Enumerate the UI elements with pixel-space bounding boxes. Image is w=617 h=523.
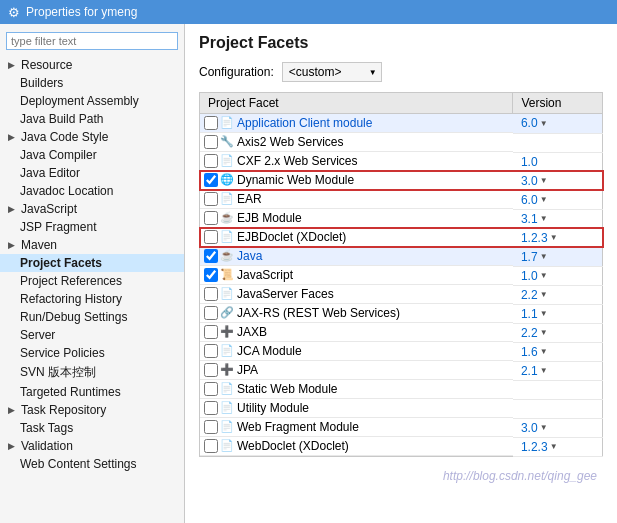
table-row[interactable]: 📄EAR6.0 ▼ [200, 190, 603, 209]
facet-checkbox[interactable] [204, 116, 218, 130]
version-dropdown[interactable]: 6.0 ▼ [521, 116, 594, 130]
facet-icon: 📄 [220, 420, 234, 434]
config-select[interactable]: <custom> [282, 62, 382, 82]
version-dropdown[interactable]: 3.0 ▼ [521, 421, 594, 435]
sidebar-item-targeted-runtimes[interactable]: Targeted Runtimes [0, 383, 184, 401]
version-dropdown-arrow-icon[interactable]: ▼ [540, 214, 548, 223]
sidebar-item-refactoring-history[interactable]: Refactoring History [0, 290, 184, 308]
version-dropdown[interactable]: 1.2.3 ▼ [521, 231, 594, 245]
version-dropdown-arrow-icon[interactable]: ▼ [540, 309, 548, 318]
version-dropdown-arrow-icon[interactable]: ▼ [540, 328, 548, 337]
sidebar-item-resource[interactable]: ▶Resource [0, 56, 184, 74]
version-dropdown-arrow-icon[interactable]: ▼ [540, 176, 548, 185]
facet-checkbox[interactable] [204, 192, 218, 206]
sidebar-item-java-code-style[interactable]: ▶Java Code Style [0, 128, 184, 146]
version-dropdown[interactable]: 1.7 ▼ [521, 250, 594, 264]
table-row[interactable]: 📄Application Client module6.0 ▼ [200, 114, 603, 134]
version-dropdown-arrow-icon[interactable]: ▼ [540, 271, 548, 280]
sidebar-item-validation[interactable]: ▶Validation [0, 437, 184, 455]
version-dropdown-arrow-icon[interactable]: ▼ [540, 423, 548, 432]
sidebar-item-service-policies[interactable]: Service Policies [0, 344, 184, 362]
facet-checkbox[interactable] [204, 363, 218, 377]
table-header-row: Project Facet Version [200, 93, 603, 114]
version-dropdown[interactable]: 3.1 ▼ [521, 212, 594, 226]
table-row[interactable]: 📄CXF 2.x Web Services1.0 [200, 152, 603, 171]
facet-checkbox[interactable] [204, 401, 218, 415]
sidebar-item-web-content-settings[interactable]: Web Content Settings [0, 455, 184, 473]
version-dropdown[interactable]: 1.0 ▼ [521, 269, 594, 283]
version-dropdown[interactable]: 1.0 [521, 155, 594, 169]
facet-icon: ☕ [220, 211, 234, 225]
version-dropdown-arrow-icon[interactable]: ▼ [540, 252, 548, 261]
sidebar-item-task-repository[interactable]: ▶Task Repository [0, 401, 184, 419]
facet-checkbox[interactable] [204, 325, 218, 339]
version-dropdown[interactable]: 3.0 ▼ [521, 174, 594, 188]
table-row[interactable]: 📄Utility Module [200, 399, 603, 418]
sidebar-item-java-editor[interactable]: Java Editor [0, 164, 184, 182]
version-dropdown[interactable]: 2.2 ▼ [521, 288, 594, 302]
table-row[interactable]: ☕Java1.7 ▼ [200, 247, 603, 266]
version-dropdown[interactable]: 1.2.3 ▼ [521, 440, 594, 454]
sidebar-item-builders[interactable]: Builders [0, 74, 184, 92]
facet-checkbox[interactable] [204, 382, 218, 396]
facet-checkbox[interactable] [204, 439, 218, 453]
sidebar-item-server[interactable]: Server [0, 326, 184, 344]
version-dropdown-arrow-icon[interactable]: ▼ [540, 195, 548, 204]
facet-checkbox[interactable] [204, 249, 218, 263]
version-dropdown[interactable]: 2.1 ▼ [521, 364, 594, 378]
facet-checkbox[interactable] [204, 211, 218, 225]
version-dropdown-arrow-icon[interactable]: ▼ [540, 347, 548, 356]
facet-icon: 📄 [220, 287, 234, 301]
facet-checkbox[interactable] [204, 306, 218, 320]
watermark: http://blog.csdn.net/qing_gee [443, 469, 597, 483]
table-row[interactable]: 📄JCA Module1.6 ▼ [200, 342, 603, 361]
table-row[interactable]: 📄EJBDoclet (XDoclet)1.2.3 ▼ [200, 228, 603, 247]
table-row[interactable]: ➕JPA2.1 ▼ [200, 361, 603, 380]
sidebar-item-java-build-path[interactable]: Java Build Path [0, 110, 184, 128]
sidebar-item-project-references[interactable]: Project References [0, 272, 184, 290]
sidebar-item-java-compiler[interactable]: Java Compiler [0, 146, 184, 164]
sidebar-item-maven[interactable]: ▶Maven [0, 236, 184, 254]
facet-checkbox[interactable] [204, 287, 218, 301]
sidebar-item-deployment-assembly[interactable]: Deployment Assembly [0, 92, 184, 110]
version-dropdown-arrow-icon[interactable]: ▼ [540, 366, 548, 375]
facet-checkbox[interactable] [204, 230, 218, 244]
table-row[interactable]: 📄Web Fragment Module3.0 ▼ [200, 418, 603, 437]
facet-checkbox[interactable] [204, 420, 218, 434]
version-dropdown-arrow-icon[interactable]: ▼ [540, 290, 548, 299]
version-dropdown[interactable]: 1.1 ▼ [521, 307, 594, 321]
version-dropdown-arrow-icon[interactable]: ▼ [540, 119, 548, 128]
version-dropdown-arrow-icon[interactable]: ▼ [550, 442, 558, 451]
table-row[interactable]: 📄Static Web Module [200, 380, 603, 399]
version-dropdown-arrow-icon[interactable]: ▼ [550, 233, 558, 242]
facet-checkbox[interactable] [204, 135, 218, 149]
sidebar-item-javascript[interactable]: ▶JavaScript [0, 200, 184, 218]
sidebar-item-svn-[interactable]: SVN 版本控制 [0, 362, 184, 383]
sidebar-item-label: JavaScript [21, 202, 77, 216]
filter-input[interactable] [6, 32, 178, 50]
table-row[interactable]: ➕JAXB2.2 ▼ [200, 323, 603, 342]
facet-checkbox[interactable] [204, 154, 218, 168]
facet-checkbox[interactable] [204, 268, 218, 282]
sidebar-item-task-tags[interactable]: Task Tags [0, 419, 184, 437]
table-row[interactable]: 🔧Axis2 Web Services [200, 133, 603, 152]
sidebar-item-label: Maven [21, 238, 57, 252]
sidebar-item-rundebug-settings[interactable]: Run/Debug Settings [0, 308, 184, 326]
sidebar-item-jsp-fragment[interactable]: JSP Fragment [0, 218, 184, 236]
version-dropdown[interactable]: 1.6 ▼ [521, 345, 594, 359]
facet-version: 3.0 ▼ [513, 171, 603, 190]
facet-checkbox[interactable] [204, 173, 218, 187]
table-row[interactable]: 🌐Dynamic Web Module3.0 ▼ [200, 171, 603, 190]
table-row[interactable]: ☕EJB Module3.1 ▼ [200, 209, 603, 228]
facet-icon: 📄 [220, 230, 234, 244]
table-row[interactable]: 📄WebDoclet (XDoclet)1.2.3 ▼ [200, 437, 603, 457]
sidebar-item-javadoc-location[interactable]: Javadoc Location [0, 182, 184, 200]
version-dropdown[interactable]: 2.2 ▼ [521, 326, 594, 340]
sidebar-item-label: Task Repository [21, 403, 106, 417]
table-row[interactable]: 📄JavaServer Faces2.2 ▼ [200, 285, 603, 304]
facet-checkbox[interactable] [204, 344, 218, 358]
table-row[interactable]: 📜JavaScript1.0 ▼ [200, 266, 603, 285]
version-dropdown[interactable]: 6.0 ▼ [521, 193, 594, 207]
table-row[interactable]: 🔗JAX-RS (REST Web Services)1.1 ▼ [200, 304, 603, 323]
sidebar-item-project-facets[interactable]: Project Facets [0, 254, 184, 272]
